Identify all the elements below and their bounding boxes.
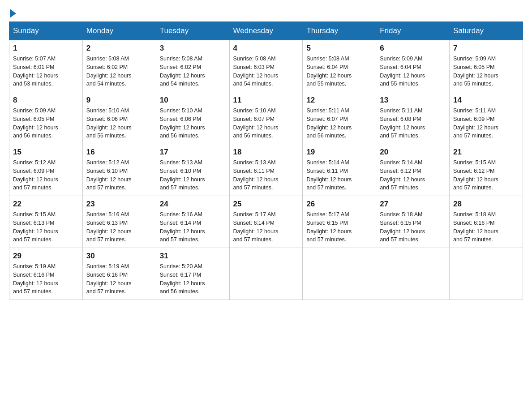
day-info: Sunrise: 5:08 AMSunset: 6:04 PMDaylight:… xyxy=(306,55,372,88)
day-number: 30 xyxy=(86,252,152,261)
day-info: Sunrise: 5:19 AMSunset: 6:16 PMDaylight:… xyxy=(13,262,79,296)
calendar-cell: 3Sunrise: 5:08 AMSunset: 6:02 PMDaylight… xyxy=(156,40,229,92)
calendar-cell: 28Sunrise: 5:18 AMSunset: 6:16 PMDayligh… xyxy=(450,196,523,248)
logo-arrow-icon xyxy=(10,9,16,18)
calendar-cell: 26Sunrise: 5:17 AMSunset: 6:15 PMDayligh… xyxy=(303,196,376,248)
day-info: Sunrise: 5:10 AMSunset: 6:06 PMDaylight:… xyxy=(160,107,226,140)
calendar-cell: 19Sunrise: 5:14 AMSunset: 6:11 PMDayligh… xyxy=(303,144,376,196)
day-info: Sunrise: 5:13 AMSunset: 6:10 PMDaylight:… xyxy=(160,158,226,192)
day-number: 13 xyxy=(380,96,446,105)
calendar-week-row: 22Sunrise: 5:15 AMSunset: 6:13 PMDayligh… xyxy=(9,196,523,248)
day-number: 1 xyxy=(13,44,79,53)
day-number: 25 xyxy=(233,200,299,209)
day-number: 12 xyxy=(306,96,372,105)
day-number: 18 xyxy=(233,148,299,157)
logo-blue-part xyxy=(9,9,16,18)
calendar-cell: 14Sunrise: 5:11 AMSunset: 6:09 PMDayligh… xyxy=(450,92,523,144)
day-info: Sunrise: 5:11 AMSunset: 6:07 PMDaylight:… xyxy=(306,107,372,140)
day-info: Sunrise: 5:18 AMSunset: 6:15 PMDaylight:… xyxy=(380,210,446,244)
calendar-cell: 22Sunrise: 5:15 AMSunset: 6:13 PMDayligh… xyxy=(9,196,83,248)
day-number: 24 xyxy=(160,200,226,209)
column-header-sunday: Sunday xyxy=(9,22,83,40)
day-number: 26 xyxy=(306,200,372,209)
calendar-cell: 9Sunrise: 5:10 AMSunset: 6:06 PMDaylight… xyxy=(82,92,156,144)
column-header-monday: Monday xyxy=(82,22,156,40)
day-number: 10 xyxy=(160,96,226,105)
calendar-header-row: SundayMondayTuesdayWednesdayThursdayFrid… xyxy=(9,22,523,40)
day-info: Sunrise: 5:10 AMSunset: 6:07 PMDaylight:… xyxy=(233,107,299,140)
day-info: Sunrise: 5:17 AMSunset: 6:15 PMDaylight:… xyxy=(306,210,372,244)
day-info: Sunrise: 5:08 AMSunset: 6:02 PMDaylight:… xyxy=(160,55,226,88)
calendar-cell: 5Sunrise: 5:08 AMSunset: 6:04 PMDaylight… xyxy=(303,40,376,92)
day-info: Sunrise: 5:07 AMSunset: 6:01 PMDaylight:… xyxy=(13,55,79,88)
calendar-cell: 17Sunrise: 5:13 AMSunset: 6:10 PMDayligh… xyxy=(156,144,229,196)
day-info: Sunrise: 5:12 AMSunset: 6:09 PMDaylight:… xyxy=(13,158,79,192)
day-info: Sunrise: 5:09 AMSunset: 6:04 PMDaylight:… xyxy=(380,55,446,88)
calendar-cell: 1Sunrise: 5:07 AMSunset: 6:01 PMDaylight… xyxy=(9,40,83,92)
calendar-cell: 12Sunrise: 5:11 AMSunset: 6:07 PMDayligh… xyxy=(303,92,376,144)
day-number: 19 xyxy=(306,148,372,157)
day-info: Sunrise: 5:16 AMSunset: 6:14 PMDaylight:… xyxy=(160,210,226,244)
day-info: Sunrise: 5:11 AMSunset: 6:08 PMDaylight:… xyxy=(380,107,446,140)
day-number: 31 xyxy=(160,252,226,261)
column-header-tuesday: Tuesday xyxy=(156,22,229,40)
day-number: 4 xyxy=(233,44,299,53)
calendar-week-row: 29Sunrise: 5:19 AMSunset: 6:16 PMDayligh… xyxy=(9,248,523,300)
day-info: Sunrise: 5:13 AMSunset: 6:11 PMDaylight:… xyxy=(233,158,299,192)
calendar-cell: 31Sunrise: 5:20 AMSunset: 6:17 PMDayligh… xyxy=(156,248,229,300)
calendar-cell: 27Sunrise: 5:18 AMSunset: 6:15 PMDayligh… xyxy=(376,196,450,248)
day-number: 2 xyxy=(86,44,152,53)
day-number: 11 xyxy=(233,96,299,105)
day-info: Sunrise: 5:15 AMSunset: 6:12 PMDaylight:… xyxy=(453,158,519,192)
day-info: Sunrise: 5:20 AMSunset: 6:17 PMDaylight:… xyxy=(160,262,226,296)
day-number: 29 xyxy=(13,252,79,261)
day-info: Sunrise: 5:15 AMSunset: 6:13 PMDaylight:… xyxy=(13,210,79,244)
day-number: 27 xyxy=(380,200,446,209)
day-info: Sunrise: 5:09 AMSunset: 6:05 PMDaylight:… xyxy=(13,107,79,140)
calendar-cell: 15Sunrise: 5:12 AMSunset: 6:09 PMDayligh… xyxy=(9,144,83,196)
calendar-cell: 7Sunrise: 5:09 AMSunset: 6:05 PMDaylight… xyxy=(450,40,523,92)
calendar-cell: 18Sunrise: 5:13 AMSunset: 6:11 PMDayligh… xyxy=(229,144,303,196)
day-info: Sunrise: 5:14 AMSunset: 6:12 PMDaylight:… xyxy=(380,158,446,192)
column-header-thursday: Thursday xyxy=(303,22,376,40)
calendar-cell xyxy=(450,248,523,300)
day-info: Sunrise: 5:08 AMSunset: 6:02 PMDaylight:… xyxy=(86,55,152,88)
calendar-week-row: 1Sunrise: 5:07 AMSunset: 6:01 PMDaylight… xyxy=(9,40,523,92)
day-number: 5 xyxy=(306,44,372,53)
day-number: 21 xyxy=(453,148,519,157)
day-info: Sunrise: 5:17 AMSunset: 6:14 PMDaylight:… xyxy=(233,210,299,244)
day-info: Sunrise: 5:11 AMSunset: 6:09 PMDaylight:… xyxy=(453,107,519,140)
calendar-cell: 16Sunrise: 5:12 AMSunset: 6:10 PMDayligh… xyxy=(82,144,156,196)
day-number: 17 xyxy=(160,148,226,157)
calendar-cell xyxy=(303,248,376,300)
day-number: 8 xyxy=(13,96,79,105)
calendar-cell: 20Sunrise: 5:14 AMSunset: 6:12 PMDayligh… xyxy=(376,144,450,196)
calendar-cell: 23Sunrise: 5:16 AMSunset: 6:13 PMDayligh… xyxy=(82,196,156,248)
column-header-friday: Friday xyxy=(376,22,450,40)
day-info: Sunrise: 5:18 AMSunset: 6:16 PMDaylight:… xyxy=(453,210,519,244)
calendar-cell: 24Sunrise: 5:16 AMSunset: 6:14 PMDayligh… xyxy=(156,196,229,248)
logo xyxy=(9,9,16,14)
calendar-cell: 29Sunrise: 5:19 AMSunset: 6:16 PMDayligh… xyxy=(9,248,83,300)
day-info: Sunrise: 5:08 AMSunset: 6:03 PMDaylight:… xyxy=(233,55,299,88)
calendar-week-row: 8Sunrise: 5:09 AMSunset: 6:05 PMDaylight… xyxy=(9,92,523,144)
calendar-cell: 21Sunrise: 5:15 AMSunset: 6:12 PMDayligh… xyxy=(450,144,523,196)
calendar-cell: 4Sunrise: 5:08 AMSunset: 6:03 PMDaylight… xyxy=(229,40,303,92)
calendar-cell: 13Sunrise: 5:11 AMSunset: 6:08 PMDayligh… xyxy=(376,92,450,144)
day-info: Sunrise: 5:09 AMSunset: 6:05 PMDaylight:… xyxy=(453,55,519,88)
day-number: 23 xyxy=(86,200,152,209)
day-info: Sunrise: 5:16 AMSunset: 6:13 PMDaylight:… xyxy=(86,210,152,244)
day-info: Sunrise: 5:19 AMSunset: 6:16 PMDaylight:… xyxy=(86,262,152,296)
day-number: 3 xyxy=(160,44,226,53)
calendar-cell: 6Sunrise: 5:09 AMSunset: 6:04 PMDaylight… xyxy=(376,40,450,92)
day-number: 15 xyxy=(13,148,79,157)
day-info: Sunrise: 5:10 AMSunset: 6:06 PMDaylight:… xyxy=(86,107,152,140)
calendar-cell: 11Sunrise: 5:10 AMSunset: 6:07 PMDayligh… xyxy=(229,92,303,144)
calendar-cell: 30Sunrise: 5:19 AMSunset: 6:16 PMDayligh… xyxy=(82,248,156,300)
calendar-cell: 8Sunrise: 5:09 AMSunset: 6:05 PMDaylight… xyxy=(9,92,83,144)
day-info: Sunrise: 5:14 AMSunset: 6:11 PMDaylight:… xyxy=(306,158,372,192)
calendar-cell xyxy=(229,248,303,300)
page-header xyxy=(9,9,523,14)
calendar-week-row: 15Sunrise: 5:12 AMSunset: 6:09 PMDayligh… xyxy=(9,144,523,196)
day-number: 6 xyxy=(380,44,446,53)
